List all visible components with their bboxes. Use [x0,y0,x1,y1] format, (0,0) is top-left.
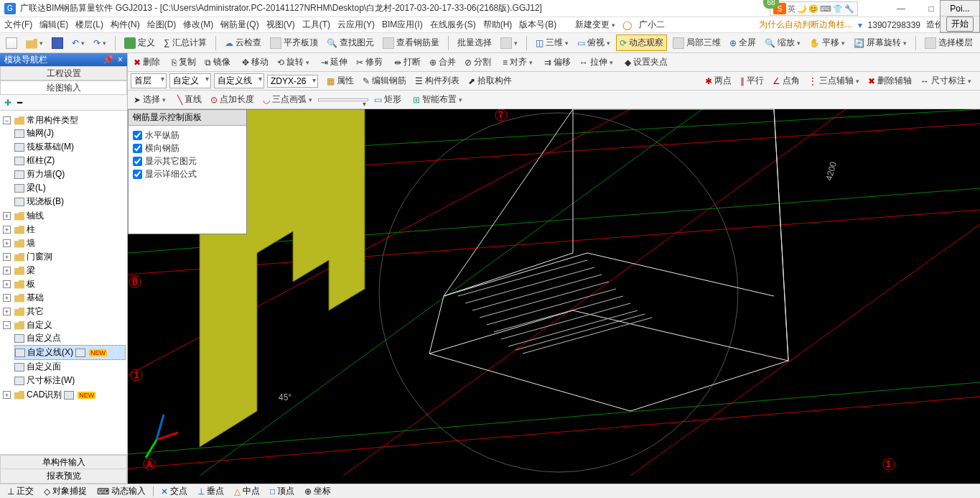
rebar-display-panel[interactable]: 钢筋显示控制面板 水平纵筋 横向钢筋 显示其它图元 显示详细公式 [128,109,247,234]
arc-combo[interactable] [318,98,368,101]
stretch-button[interactable]: ↔拉伸 [577,55,616,70]
pick-comp-button[interactable]: ⬈拾取构件 [465,73,515,88]
trim-button[interactable]: ✂修剪 [353,55,386,70]
merge-button[interactable]: ⊕合并 [426,55,459,70]
menu-component[interactable]: 构件(N) [111,19,140,31]
edit-rebar-button[interactable]: ✎编辑钢筋 [360,73,409,88]
menu-file[interactable]: 文件(F) [4,19,32,31]
line-button[interactable]: ╲直线 [174,92,205,107]
minus-icon[interactable]: ━ [17,98,22,108]
pinch-button[interactable]: ◆设置夹点 [622,55,671,70]
tree-expand-icon[interactable]: + [3,239,11,247]
new-button[interactable] [3,36,20,50]
dynamic-view-button[interactable]: ⟳动态观察 [616,34,667,51]
pt-len-button[interactable]: ⊙点加长度 [207,92,257,107]
new-change-button[interactable]: 新建变更 [575,19,615,31]
arc3-button[interactable]: ◡三点画弧 [260,92,315,107]
tree-selected-item[interactable]: 自定义线(X)NEW [14,345,126,360]
cloud-check-button[interactable]: ☁云检查 [222,35,264,50]
delete-button[interactable]: ✖删除 [131,55,163,70]
mirror-button[interactable]: ⧉镜像 [202,55,233,70]
menu-bim[interactable]: BIM应用(I) [382,19,423,31]
tip-link[interactable]: 为什么自动判断边角柱... [759,19,852,31]
comp-list-button[interactable]: ☰构件列表 [412,73,462,88]
menu-help[interactable]: 帮助(H) [483,19,513,31]
roof-button[interactable]: 平齐板顶 [267,35,321,50]
pin-icon[interactable]: 📌 [103,55,113,65]
panel-title[interactable]: 钢筋显示控制面板 [129,110,246,126]
user-name[interactable]: 广小二 [639,19,665,31]
sb-vertex[interactable]: □顶点 [267,485,297,497]
check-h-rebar[interactable]: 水平纵筋 [133,129,242,142]
tab-project-settings[interactable]: 工程设置 [0,66,127,80]
phone-number[interactable]: 13907298339 [868,20,920,30]
menu-floor[interactable]: 楼层(L) [75,19,103,31]
ime-bar[interactable]: S 英 🌙 😊 ⌨ 👕 🔧 [770,1,858,16]
floor-combo[interactable]: 首层 [131,73,167,88]
fullscreen-button[interactable]: ⊕全屏 [727,35,759,50]
extend-button[interactable]: ⇥延伸 [318,55,350,70]
plus-icon[interactable]: ✚ [4,98,11,108]
sb-coord[interactable]: ⊕坐标 [302,485,334,497]
batch-dropdown[interactable] [498,36,521,50]
sb-perpendicular[interactable]: ⊥垂点 [195,485,227,497]
tab-report-preview[interactable]: 报表预览 [0,469,127,484]
ime-icon-kb[interactable]: ⌨ [820,4,831,14]
viewport-3d[interactable]: 45° 4200 7 B 1 A 1 钢筋显示控制面板 [128,109,980,484]
3d-button[interactable]: ◫三维 [533,35,571,50]
rotate-button[interactable]: ⟲旋转 [274,55,312,70]
tree-expand-icon[interactable]: + [3,212,11,220]
tree-expand-icon[interactable]: + [3,308,11,315]
menu-version[interactable]: 版本号(B) [519,19,556,31]
sb-intersection[interactable]: ✕交点 [158,485,190,497]
tree-collapse-icon[interactable]: − [3,116,11,124]
ime-icon-moon[interactable]: 🌙 [797,4,807,14]
minimize-button[interactable]: — [887,1,915,16]
pan-button[interactable]: ✋平移 [806,35,848,50]
menu-online[interactable]: 在线服务(S) [430,19,476,31]
category-combo[interactable]: 自定义 [169,73,211,88]
split-button[interactable]: ⊘分割 [462,55,494,70]
rect-button[interactable]: ▭矩形 [371,92,404,107]
three-pt-axis-button[interactable]: ⋮三点辅轴 [806,73,862,88]
sum-calc-button[interactable]: ∑ 汇总计算 [161,35,210,50]
ime-icon-shirt[interactable]: 👕 [833,4,843,14]
sb-ortho[interactable]: ⊥正交 [4,485,37,497]
tree-expand-icon[interactable]: + [3,294,11,302]
batch-select-button[interactable]: 批量选择 [454,35,495,50]
copy-button[interactable]: ⎘复制 [169,55,199,70]
sidebar-close-icon[interactable]: × [118,55,123,65]
del-axis-button[interactable]: ✖删除辅轴 [865,73,915,88]
screen-rotate-button[interactable]: 🔄屏幕旋转 [851,35,910,50]
tree-expand-icon[interactable]: + [3,391,11,399]
menu-view[interactable]: 视图(V) [266,19,295,31]
select-floor-button[interactable]: 选择楼层 [922,35,976,50]
type-combo[interactable]: 自定义线 [214,73,264,88]
move-button[interactable]: ✥移动 [239,55,271,70]
smart-layout-button[interactable]: ⊞智能布置 [410,92,465,107]
menu-tools[interactable]: 工具(T) [302,19,330,31]
tree-expand-icon[interactable]: + [3,226,11,234]
check-other-ele[interactable]: 显示其它图元 [133,155,242,167]
offset-button[interactable]: ⇉偏移 [541,55,574,70]
menu-modify[interactable]: 修改(M) [183,19,213,31]
tree-collapse-icon[interactable]: − [3,321,11,329]
ime-icon-face[interactable]: 😊 [808,4,818,14]
tree-expand-icon[interactable]: + [3,280,11,288]
menu-rebar[interactable]: 钢筋量(Q) [220,19,258,31]
view-rebar-button[interactable]: 查看钢筋量 [380,35,442,50]
point-angle-button[interactable]: ∠点角 [770,73,803,88]
tree-expand-icon[interactable]: + [3,267,11,275]
find-element-button[interactable]: 🔍查找图元 [324,35,377,50]
open-button[interactable] [23,36,46,50]
tree-expand-icon[interactable]: + [3,253,11,261]
tab-single-input[interactable]: 单构件输入 [0,455,127,469]
define-button[interactable]: 定义 [121,35,158,50]
check-detail[interactable]: 显示详细公式 [133,168,242,180]
sb-osnap[interactable]: ◇对象捕捉 [41,485,90,497]
sb-dyninput[interactable]: ⌨动态输入 [94,485,149,497]
sb-midpoint[interactable]: △中点 [231,485,263,497]
dim-button[interactable]: ↔尺寸标注 [918,73,974,88]
select-button[interactable]: ➤选择 [131,92,169,107]
undo-button[interactable]: ↶ [69,37,88,50]
